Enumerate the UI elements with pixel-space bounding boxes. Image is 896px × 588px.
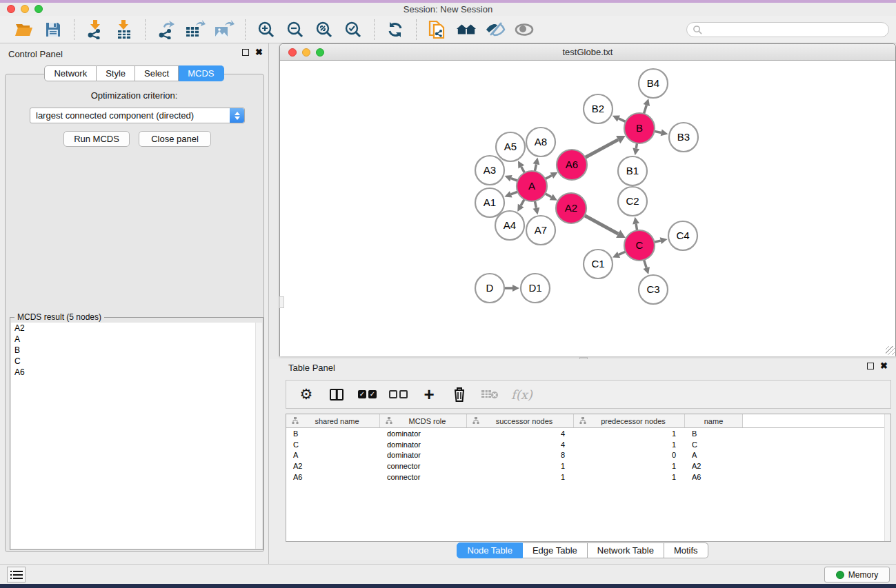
edge-A-A2[interactable] xyxy=(545,194,551,197)
cell-shared-name[interactable]: A xyxy=(286,451,380,459)
node-D[interactable]: D xyxy=(475,274,504,303)
edge-C-C2[interactable] xyxy=(636,224,637,231)
node-C1[interactable]: C1 xyxy=(584,250,613,278)
network-canvas[interactable]: B4B2BB3A5A8A6B1A3AC2A1A2A4A7C4CC1C3DD1 xyxy=(280,61,895,356)
edge-B-B3[interactable] xyxy=(655,131,661,132)
task-history-button[interactable] xyxy=(7,567,26,582)
mcds-result-item[interactable]: C xyxy=(11,356,262,367)
function-builder-icon[interactable]: f(x) xyxy=(511,384,532,405)
tab-select[interactable]: Select xyxy=(135,65,179,81)
float-table-panel-icon[interactable] xyxy=(867,363,874,369)
zoom-in-icon[interactable] xyxy=(256,19,277,40)
edge-B-B1[interactable] xyxy=(636,143,637,149)
node-C3[interactable]: C3 xyxy=(639,275,668,304)
cell-name[interactable]: B xyxy=(685,429,743,438)
gear-icon[interactable]: ⚙ xyxy=(297,384,315,405)
network-documents-icon[interactable] xyxy=(427,19,448,40)
network-view-window[interactable]: testGlobe.txt B4B2BB3A5A8A6B1A3AC2A1A2A4… xyxy=(279,43,896,356)
node-A2[interactable]: A2 xyxy=(556,193,586,223)
search-input[interactable] xyxy=(686,22,889,37)
edge-B-B4[interactable] xyxy=(644,105,646,114)
mcds-result-item[interactable]: B xyxy=(11,345,262,356)
hide-eye-icon[interactable] xyxy=(485,19,506,40)
scrollbar-track[interactable] xyxy=(255,323,262,549)
edge-C-C4[interactable] xyxy=(654,241,660,242)
cell-successor-nodes[interactable]: 1 xyxy=(467,462,574,470)
edge-A-A7[interactable] xyxy=(535,201,536,208)
close-panel-icon[interactable]: ✖ xyxy=(255,49,263,56)
node-A8[interactable]: A8 xyxy=(526,128,555,156)
network-window-titlebar[interactable]: testGlobe.txt xyxy=(280,44,895,61)
mcds-result-item[interactable]: A6 xyxy=(11,367,262,378)
column-header-MCDS-role[interactable]: MCDS role xyxy=(380,414,467,427)
import-table-icon[interactable] xyxy=(114,19,135,40)
zoom-out-icon[interactable] xyxy=(285,19,306,40)
checked-boxes-icon[interactable]: ✓✓ xyxy=(358,384,377,405)
node-table[interactable]: shared nameMCDS rolesuccessor nodesprede… xyxy=(286,414,891,542)
edge-C-C3[interactable] xyxy=(644,260,647,268)
cell-predecessor-nodes[interactable]: 0 xyxy=(574,451,685,459)
save-session-icon[interactable] xyxy=(43,19,63,40)
import-network-icon[interactable] xyxy=(85,19,106,40)
cell-name[interactable]: A6 xyxy=(685,473,743,481)
column-header-predecessor-nodes[interactable]: predecessor nodes xyxy=(574,414,685,427)
cell-successor-nodes[interactable]: 1 xyxy=(467,473,574,481)
close-panel-button[interactable]: Close panel xyxy=(139,131,211,147)
edge-A-A3[interactable] xyxy=(511,179,518,181)
column-header-name[interactable]: name xyxy=(685,414,743,427)
node-B2[interactable]: B2 xyxy=(584,94,613,123)
optimization-criterion-select[interactable]: largest connected component (directed) xyxy=(30,108,245,123)
edge-A6-B[interactable] xyxy=(585,140,618,158)
add-column-icon[interactable]: + xyxy=(420,384,438,405)
panel-collapse-handle[interactable] xyxy=(279,296,284,308)
home-icon[interactable] xyxy=(456,19,477,40)
cell-shared-name[interactable]: A2 xyxy=(286,462,380,470)
node-B[interactable]: B xyxy=(624,113,655,143)
cell-successor-nodes[interactable]: 4 xyxy=(467,440,574,449)
tab-edge-table[interactable]: Edge Table xyxy=(523,543,588,558)
resize-grip-icon[interactable] xyxy=(886,346,895,355)
tab-network-table[interactable]: Network Table xyxy=(588,543,664,558)
open-file-icon[interactable] xyxy=(14,19,34,40)
mcds-result-item[interactable]: A xyxy=(11,334,262,345)
table-row[interactable]: A6connector11A6 xyxy=(286,472,890,483)
tab-network[interactable]: Network xyxy=(44,65,97,81)
float-panel-icon[interactable] xyxy=(242,49,249,56)
show-eye-icon[interactable] xyxy=(514,19,535,40)
cell-MCDS-role[interactable]: dominator xyxy=(380,429,467,438)
cell-name[interactable]: C xyxy=(685,440,743,449)
table-row[interactable]: A2connector11A2 xyxy=(286,460,890,472)
node-C[interactable]: C xyxy=(624,230,655,261)
edge-A-A1[interactable] xyxy=(511,192,518,194)
cell-name[interactable]: A xyxy=(685,451,743,459)
cell-MCDS-role[interactable]: dominator xyxy=(380,451,467,459)
mcds-result-list[interactable]: A2ABCA6 xyxy=(11,323,262,549)
close-table-panel-icon[interactable]: ✖ xyxy=(880,363,888,369)
column-header-successor-nodes[interactable]: successor nodes xyxy=(467,414,574,427)
cell-shared-name[interactable]: A6 xyxy=(286,473,380,481)
node-A3[interactable]: A3 xyxy=(475,156,504,185)
zoom-fit-icon[interactable] xyxy=(314,19,335,40)
tab-node-table[interactable]: Node Table xyxy=(457,543,523,558)
export-table-icon[interactable] xyxy=(185,19,206,40)
table-scrollbar-track[interactable] xyxy=(884,414,890,541)
table-row[interactable]: Adominator80A xyxy=(286,450,890,461)
cell-predecessor-nodes[interactable]: 1 xyxy=(574,473,685,481)
node-A[interactable]: A xyxy=(517,171,547,201)
edge-A2-C[interactable] xyxy=(584,216,618,234)
edge-A-A8[interactable] xyxy=(535,164,536,171)
table-row[interactable]: Bdominator41B xyxy=(286,428,890,439)
memory-button[interactable]: Memory xyxy=(824,567,890,582)
node-A4[interactable]: A4 xyxy=(495,211,524,240)
node-A1[interactable]: A1 xyxy=(475,188,504,217)
cell-predecessor-nodes[interactable]: 1 xyxy=(574,440,685,449)
refresh-icon[interactable] xyxy=(385,19,406,40)
cell-predecessor-nodes[interactable]: 1 xyxy=(574,462,685,470)
delete-column-icon[interactable] xyxy=(450,384,468,405)
column-header-shared-name[interactable]: shared name xyxy=(286,414,380,427)
cell-MCDS-role[interactable]: connector xyxy=(380,462,467,470)
split-columns-icon[interactable] xyxy=(328,384,346,405)
edge-B-B2[interactable] xyxy=(619,119,626,122)
node-B4[interactable]: B4 xyxy=(639,69,668,98)
node-B3[interactable]: B3 xyxy=(669,123,698,152)
